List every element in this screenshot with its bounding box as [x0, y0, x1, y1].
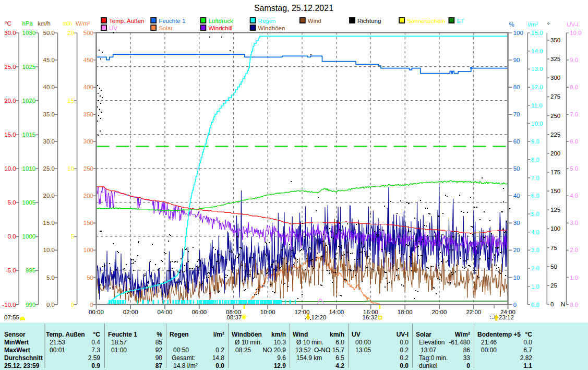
- svg-text:175: 175: [550, 169, 560, 175]
- svg-text:6.0: 6.0: [570, 138, 578, 145]
- svg-text:Windböen: Windböen: [232, 331, 262, 338]
- svg-text:10.3: 10.3: [274, 339, 286, 346]
- svg-text:Wind: Wind: [308, 18, 321, 24]
- svg-text:0.9: 0.9: [91, 362, 100, 369]
- svg-text:40: 40: [513, 193, 520, 199]
- svg-text:18:00: 18:00: [398, 309, 413, 315]
- svg-text:6.5: 6.5: [335, 354, 344, 362]
- svg-text:MinWert: MinWert: [4, 339, 29, 346]
- svg-text:7.0: 7.0: [570, 111, 578, 117]
- svg-text:km/h: km/h: [271, 331, 286, 338]
- svg-text:0.0: 0.0: [523, 339, 532, 346]
- svg-text:MaxWert: MaxWert: [4, 347, 30, 354]
- svg-text:UV-I: UV-I: [567, 21, 578, 28]
- svg-text:10:00: 10:00: [260, 309, 275, 315]
- svg-text:9.0: 9.0: [570, 57, 578, 63]
- svg-text:92: 92: [155, 347, 163, 354]
- svg-text:150: 150: [83, 220, 93, 226]
- svg-text:Sensor: Sensor: [4, 331, 26, 338]
- svg-text:21:46: 21:46: [481, 339, 497, 346]
- svg-text:dunkel: dunkel: [419, 362, 437, 369]
- svg-text:10.0: 10.0: [531, 121, 543, 127]
- svg-text:154.9 km: 154.9 km: [296, 354, 322, 362]
- svg-text:5.0: 5.0: [8, 199, 16, 206]
- svg-text:1000: 1000: [22, 233, 36, 240]
- svg-text:86: 86: [463, 347, 471, 354]
- svg-text:1.0: 1.0: [531, 283, 539, 290]
- svg-text:250: 250: [550, 113, 560, 119]
- svg-text:325: 325: [550, 56, 560, 62]
- svg-text:13:07: 13:07: [421, 347, 436, 354]
- svg-text:100: 100: [513, 30, 523, 36]
- svg-text:Luftdruck: Luftdruck: [208, 18, 233, 24]
- svg-text:08:25: 08:25: [235, 347, 251, 354]
- svg-text:00:00: 00:00: [89, 309, 104, 315]
- svg-text:450: 450: [83, 57, 93, 63]
- svg-text:00:00: 00:00: [355, 339, 371, 346]
- svg-text:Solar: Solar: [416, 331, 431, 338]
- svg-text:-5.0: -5.0: [6, 267, 16, 273]
- svg-text:0: 0: [90, 302, 93, 308]
- svg-text:Richtung: Richtung: [357, 18, 381, 24]
- svg-text:0: 0: [513, 302, 517, 308]
- svg-text:Solar: Solar: [159, 25, 173, 31]
- svg-text:100: 100: [550, 225, 560, 232]
- svg-text:°C: °C: [93, 331, 101, 338]
- svg-text:20.0: 20.0: [43, 193, 55, 199]
- svg-text:200: 200: [550, 150, 560, 157]
- svg-text:1005: 1005: [22, 199, 36, 206]
- svg-text:Tag:0 min.: Tag:0 min.: [419, 354, 448, 362]
- svg-text:90: 90: [155, 354, 163, 362]
- svg-text:5: 5: [71, 233, 74, 240]
- svg-text:100: 100: [83, 247, 93, 253]
- svg-text:30: 30: [513, 220, 520, 226]
- svg-text:225: 225: [550, 132, 560, 138]
- svg-text:5.0: 5.0: [570, 165, 578, 172]
- svg-text:1025: 1025: [22, 64, 36, 70]
- svg-text:3.0: 3.0: [570, 220, 578, 226]
- svg-text:3.0: 3.0: [531, 247, 539, 253]
- svg-text:33: 33: [463, 354, 471, 362]
- svg-text:25.12. 23:59: 25.12. 23:59: [4, 362, 40, 369]
- svg-text:6.7: 6.7: [523, 347, 532, 354]
- svg-text:°C: °C: [5, 20, 11, 27]
- svg-text:4.0: 4.0: [570, 193, 578, 199]
- svg-text:1.0: 1.0: [570, 274, 578, 281]
- svg-text:13:05: 13:05: [355, 347, 371, 354]
- svg-text:5.0: 5.0: [46, 274, 55, 281]
- svg-text:W/m²: W/m²: [76, 20, 90, 27]
- svg-text:400: 400: [83, 84, 93, 90]
- svg-text:80: 80: [513, 84, 520, 90]
- svg-text:12.0: 12.0: [531, 84, 543, 90]
- svg-text:13:52: 13:52: [295, 347, 311, 354]
- svg-text:°: °: [547, 21, 550, 28]
- svg-text:1010: 1010: [22, 165, 36, 172]
- svg-text:-61.480: -61.480: [449, 339, 470, 346]
- svg-text:%: %: [509, 21, 514, 28]
- svg-text:1.1: 1.1: [523, 362, 532, 369]
- svg-text:Windchill: Windchill: [208, 25, 232, 31]
- svg-text:12.9: 12.9: [274, 362, 286, 369]
- svg-text:0: 0: [550, 301, 554, 307]
- svg-text:16:32: 16:32: [363, 314, 378, 320]
- svg-text:06:00: 06:00: [191, 309, 207, 315]
- svg-text:0.0: 0.0: [531, 302, 539, 308]
- svg-text:0.0: 0.0: [570, 302, 578, 308]
- svg-text:0.0: 0.0: [215, 362, 224, 369]
- svg-text:350: 350: [550, 37, 560, 43]
- svg-text:4.0: 4.0: [531, 229, 539, 235]
- svg-text:60: 60: [513, 138, 520, 145]
- svg-text:20:00: 20:00: [432, 309, 447, 315]
- svg-text:Sonnenschein: Sonnenschein: [407, 18, 445, 24]
- svg-text:87: 87: [155, 362, 163, 369]
- svg-text:00:00: 00:00: [481, 347, 497, 354]
- svg-text:8.0: 8.0: [570, 84, 578, 90]
- svg-text:14.0: 14.0: [531, 48, 543, 54]
- svg-text:l/m²: l/m²: [213, 331, 224, 338]
- svg-text:18:57: 18:57: [111, 339, 127, 346]
- svg-text:Ø 10 min.: Ø 10 min.: [235, 339, 262, 346]
- svg-text:15.0: 15.0: [43, 220, 55, 226]
- svg-text:04:00: 04:00: [158, 309, 173, 315]
- svg-text:°C: °C: [525, 331, 533, 338]
- svg-text:9.0: 9.0: [531, 138, 539, 145]
